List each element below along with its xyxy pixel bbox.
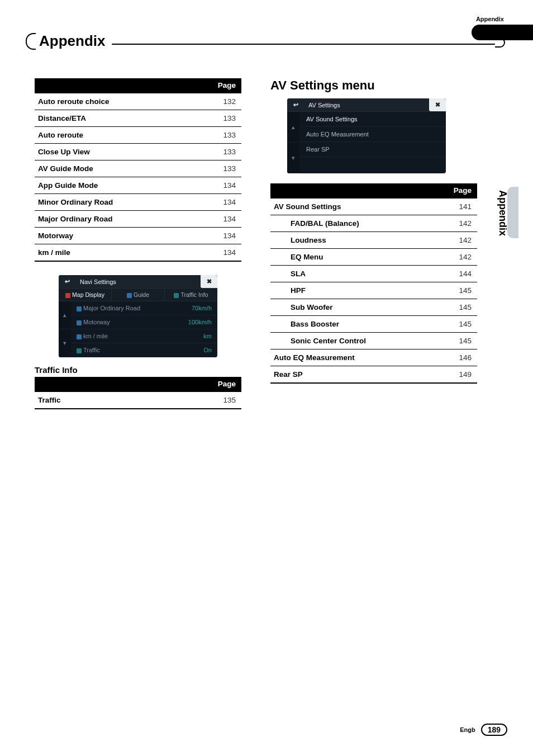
ui-tab[interactable]: Traffic Info [165, 289, 217, 301]
table-row: Auto EQ Measurement146 [270, 349, 477, 366]
title-tail-ornament [495, 37, 505, 48]
row-label: Loudness [270, 232, 438, 249]
table-header-empty [35, 377, 202, 391]
row-label: AV Guide Mode [35, 160, 202, 177]
row-label: km / mile [35, 244, 202, 262]
row-page: 133 [202, 160, 241, 177]
table-row: Rear SP149 [270, 366, 477, 384]
row-page: 149 [438, 366, 477, 384]
table-row: EQ Menu142 [270, 249, 477, 266]
av-settings-heading: AV Settings menu [270, 78, 477, 93]
table-row: Motorway134 [35, 228, 241, 244]
ui-titlebar: ↩ Navi Settings ✖ [59, 275, 217, 289]
table-row: Minor Ordinary Road134 [35, 194, 241, 211]
ui-titlebar: ↩ AV Settings ✖ [287, 98, 446, 112]
row-label: Rear SP [270, 366, 438, 384]
table-row: Sonic Center Control145 [270, 333, 477, 349]
row-page: 134 [202, 211, 241, 228]
row-label: Distance/ETA [35, 110, 202, 127]
back-icon[interactable]: ↩ [287, 98, 304, 111]
left-settings-table: Page Auto reroute choice132Distance/ETA1… [35, 78, 241, 262]
row-page: 134 [202, 177, 241, 194]
scroll-down-icon[interactable]: ▾ [59, 329, 71, 357]
ui-list-row[interactable]: Major Ordinary Road70km/h [71, 301, 217, 315]
title-rule [112, 44, 495, 45]
footer: Engb 189 [460, 724, 507, 736]
ui-list-row[interactable]: km / milekm [71, 329, 217, 343]
row-icon [77, 348, 82, 353]
row-label: SLA [270, 266, 438, 282]
tab-icon [127, 293, 132, 298]
row-page: 146 [438, 349, 477, 366]
table-row: Distance/ETA133 [35, 110, 241, 127]
row-page: 142 [438, 215, 477, 232]
row-label: Close Up View [35, 144, 202, 160]
row-label: App Guide Mode [35, 177, 202, 194]
table-row: FAD/BAL (Balance)142 [270, 215, 477, 232]
table-header-page: Page [438, 183, 477, 198]
row-page: 145 [438, 333, 477, 349]
row-page: 142 [438, 249, 477, 266]
footer-language: Engb [460, 726, 475, 733]
av-settings-screenshot: ↩ AV Settings ✖ ▴ ▾ AV Sound SettingsAut… [287, 98, 446, 173]
scroll-down-icon[interactable]: ▾ [287, 143, 299, 173]
ui-list-row[interactable]: AV Sound Settings [299, 112, 446, 127]
row-page: 133 [202, 127, 241, 144]
row-page: 145 [438, 316, 477, 333]
row-page: 135 [202, 391, 241, 409]
ui-scroll-arrows: ▴ ▾ [287, 112, 299, 173]
row-label: Sonic Center Control [270, 333, 438, 349]
row-label: Traffic [35, 391, 202, 409]
row-label: Minor Ordinary Road [35, 194, 202, 211]
table-header-page: Page [202, 377, 241, 391]
row-page: 132 [202, 93, 241, 110]
table-row: AV Sound Settings141 [270, 198, 477, 215]
table-row: Auto reroute choice132 [35, 93, 241, 110]
left-column: Page Auto reroute choice132Distance/ETA1… [35, 78, 241, 409]
close-icon[interactable]: ✖ [201, 275, 217, 288]
table-row: Sub Woofer145 [270, 299, 477, 316]
ui-list-row[interactable]: Rear SP [299, 142, 446, 157]
row-label: Auto reroute [35, 127, 202, 144]
row-page: 134 [202, 244, 241, 262]
side-thumb-tab [507, 187, 518, 238]
ui-rows: AV Sound SettingsAuto EQ MeasurementRear… [299, 112, 446, 173]
row-page: 134 [202, 194, 241, 211]
ui-list-row[interactable]: TrafficOn [71, 343, 217, 357]
ui-title: Navi Settings [75, 275, 116, 288]
close-icon[interactable]: ✖ [429, 98, 446, 111]
row-page: 134 [202, 228, 241, 244]
table-row: km / mile134 [35, 244, 241, 262]
tab-icon [65, 293, 70, 298]
ui-tab[interactable]: Guide [112, 289, 165, 301]
table-row: AV Guide Mode133 [35, 160, 241, 177]
scroll-up-icon[interactable]: ▴ [287, 112, 299, 143]
table-header-page: Page [202, 78, 241, 93]
row-label: Auto EQ Measurement [270, 349, 438, 366]
table-row: HPF145 [270, 282, 477, 299]
ui-tab[interactable]: Map Display [59, 289, 112, 301]
ui-scroll-arrows: ▴ ▾ [59, 301, 71, 357]
table-row: App Guide Mode134 [35, 177, 241, 194]
right-settings-table: Page AV Sound Settings141FAD/BAL (Balanc… [270, 183, 477, 384]
table-row: SLA144 [270, 266, 477, 282]
ui-list-row[interactable]: Auto EQ Measurement [299, 127, 446, 142]
page-title-wrap: Appendix [26, 32, 505, 50]
row-icon [77, 334, 82, 339]
table-row: Bass Booster145 [270, 316, 477, 333]
row-label: Sub Woofer [270, 299, 438, 316]
ui-list-row[interactable]: Motorway100km/h [71, 315, 217, 329]
table-header-empty [270, 183, 438, 198]
side-section-label: Appendix [497, 190, 508, 236]
row-label: AV Sound Settings [270, 198, 438, 215]
ui-body: ▴ ▾ AV Sound SettingsAuto EQ Measurement… [287, 112, 446, 173]
scroll-up-icon[interactable]: ▴ [59, 301, 71, 329]
row-label: Bass Booster [270, 316, 438, 333]
ui-rows: Major Ordinary Road70km/hMotorway100km/h… [71, 301, 217, 357]
ui-title: AV Settings [304, 98, 340, 111]
row-label: Auto reroute choice [35, 93, 202, 110]
row-label: EQ Menu [270, 249, 438, 266]
back-icon[interactable]: ↩ [59, 275, 75, 288]
table-row: Traffic135 [35, 391, 241, 409]
row-icon [77, 306, 82, 311]
